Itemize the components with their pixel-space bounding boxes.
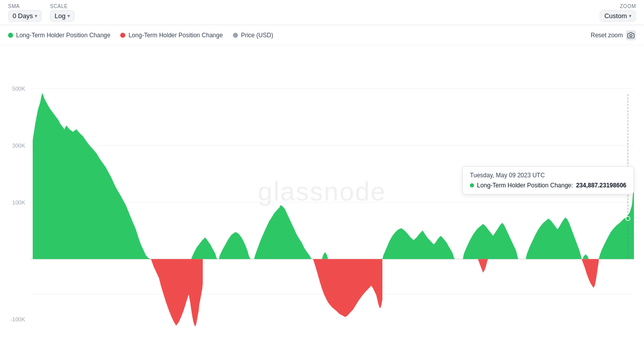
tooltip-date: Tuesday, May 09 2023 UTC <box>470 172 626 179</box>
zoom-value: Custom <box>604 12 627 20</box>
sma-value: 0 Days <box>13 12 33 20</box>
top-bar: SMA 0 Days ▾ Scale Log ▾ Zoom Custom ▾ <box>0 0 644 25</box>
scale-select[interactable]: Log ▾ <box>50 10 74 22</box>
chart-container: 500K 300K 100K -100K <box>0 45 644 337</box>
tooltip-metric-label: Long-Term Holder Position Change: <box>477 182 573 189</box>
zoom-select[interactable]: Custom ▾ <box>600 10 636 22</box>
tooltip-value: Long-Term Holder Position Change: 234,88… <box>470 182 626 189</box>
scale-chevron-icon: ▾ <box>67 13 70 19</box>
legend-dot-red <box>120 33 125 38</box>
zoom-chevron-icon: ▾ <box>629 13 631 19</box>
svg-point-12 <box>626 216 630 221</box>
svg-text:-100K: -100K <box>11 316 26 322</box>
legend-label-green: Long-Term Holder Position Change <box>16 32 110 39</box>
zoom-label: Zoom <box>620 4 636 9</box>
svg-point-0 <box>630 34 632 37</box>
svg-text:300K: 300K <box>12 143 25 149</box>
tooltip: Tuesday, May 09 2023 UTC Long-Term Holde… <box>462 166 634 194</box>
sma-select[interactable]: 0 Days ▾ <box>8 10 42 22</box>
sma-chevron-icon: ▾ <box>35 13 37 19</box>
svg-text:100K: 100K <box>12 199 25 205</box>
camera-icon <box>626 30 636 40</box>
legend-item-green: Long-Term Holder Position Change <box>8 32 110 39</box>
scale-value: Log <box>54 12 65 20</box>
legend-label-price: Price (USD) <box>241 32 273 39</box>
legend-bar: Long-Term Holder Position Change Long-Te… <box>0 25 644 45</box>
scale-control: Scale Log ▾ <box>50 4 74 22</box>
svg-text:500K: 500K <box>12 86 25 92</box>
tooltip-dot <box>470 183 474 187</box>
sma-label: SMA <box>8 4 42 9</box>
legend-item-red: Long-Term Holder Position Change <box>120 32 222 39</box>
reset-zoom-label: Reset zoom <box>591 32 623 39</box>
legend-item-gray: Price (USD) <box>233 32 273 39</box>
legend-dot-green <box>8 33 13 38</box>
sma-control: SMA 0 Days ▾ <box>8 4 42 22</box>
reset-zoom-button[interactable]: Reset zoom <box>591 30 636 40</box>
legend-dot-gray <box>233 33 238 38</box>
tooltip-metric-value: 234,887.23198606 <box>576 182 626 189</box>
legend-label-red: Long-Term Holder Position Change <box>128 32 222 39</box>
scale-label: Scale <box>50 4 74 9</box>
zoom-control: Zoom Custom ▾ <box>600 4 636 22</box>
